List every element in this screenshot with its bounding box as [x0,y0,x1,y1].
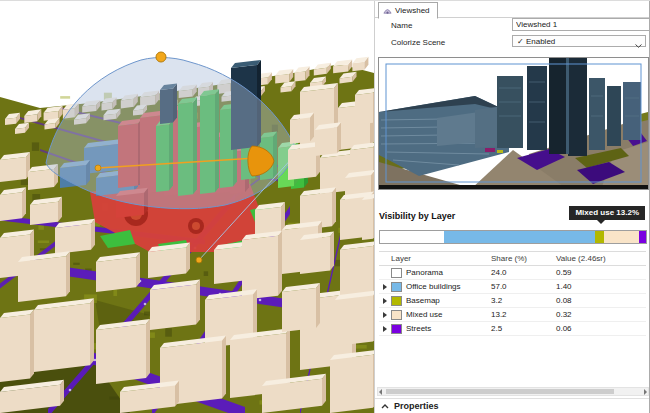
layer-share-value: 3.2 [491,294,556,307]
layer-name: Mixed use [406,308,491,321]
layer-sr-value: 0.32 [556,308,646,321]
expand-arrow-icon[interactable] [379,298,391,304]
expand-arrow-icon[interactable] [379,312,391,318]
chevron-up-icon [381,404,389,409]
layer-sr-value: 0.06 [556,322,646,335]
layer-sr-value: 0.59 [556,266,646,279]
tab-label: Viewshed [395,3,430,18]
scrollbar-thumb[interactable] [386,389,614,394]
column-header-value: Value (2.46sr) [556,252,646,265]
bar-segment-panorama [380,231,444,243]
expand-arrow-icon[interactable] [379,326,391,332]
colorize-scene-select[interactable]: ✓ Enabled [512,35,646,47]
preview-render [379,58,648,189]
bar-segment-streets [639,231,646,243]
layer-color-swatch [391,282,402,292]
viewshed-panel: Viewshed Name Colorize Scene ✓ Enabled [374,0,650,413]
layer-name: Panorama [406,266,491,279]
name-input[interactable] [512,18,650,31]
properties-label: Properties [394,401,439,411]
column-header-share: Share (%) [491,252,556,265]
expand-arrow-icon [379,270,391,276]
layer-sr-value: 1.40 [556,280,646,293]
scene-3d-view[interactable] [0,0,374,413]
layer-color-swatch [391,324,402,334]
scroll-left-icon[interactable] [379,389,382,395]
bar-segment-basemap [595,231,604,243]
properties-section-header[interactable]: Properties [375,398,649,413]
scroll-right-icon[interactable] [644,389,647,395]
visibility-stacked-bar [379,230,647,244]
dropdown-arrow-icon [635,40,642,52]
table-row-mixed-use[interactable]: Mixed use13.20.32 [379,308,646,322]
visibility-by-layer-title: Visibility by Layer [379,211,455,221]
bar-segment-mixed-use [604,231,639,243]
horizontal-scrollbar[interactable] [377,387,649,396]
colorize-scene-value: ✓ Enabled [517,37,555,46]
table-row-office-buildings[interactable]: Office buildings57.01.40 [379,280,646,294]
layer-name: Office buildings [406,280,491,293]
table-row-basemap[interactable]: Basemap3.20.08 [379,294,646,308]
layer-name: Basemap [406,294,491,307]
layer-share-value: 2.5 [491,322,556,335]
viewshed-3d-scene [0,0,374,413]
layer-share-value: 13.2 [491,308,556,321]
viewshed-icon [383,6,392,15]
column-header-layer: Layer [379,252,491,265]
layer-name: Streets [406,322,491,335]
bar-tooltip: Mixed use 13.2% [569,206,645,220]
table-header-row: Layer Share (%) Value (2.46sr) [379,251,646,266]
application-window: Viewshed Name Colorize Scene ✓ Enabled [0,0,650,413]
colorize-scene-label: Colorize Scene [391,38,445,47]
window-top-border [0,0,650,1]
layer-color-swatch [391,310,402,320]
bar-tooltip-text: Mixed use 13.2% [575,208,639,217]
name-label: Name [391,21,412,30]
viewshed-preview-image [378,57,649,190]
layer-share-value: 24.0 [491,266,556,279]
table-row-streets[interactable]: Streets2.50.06 [379,322,646,336]
expand-arrow-icon[interactable] [379,284,391,290]
bar-segment-office-buildings [444,231,596,243]
tab-viewshed[interactable]: Viewshed [378,2,438,19]
table-row-panorama[interactable]: Panorama24.00.59 [379,266,646,280]
layer-sr-value: 0.08 [556,294,646,307]
table-body: Panorama24.00.59Office buildings57.01.40… [379,266,646,336]
layer-color-swatch [391,296,402,306]
layer-share-value: 57.0 [491,280,556,293]
visibility-table: Layer Share (%) Value (2.46sr) Panorama2… [379,251,646,336]
layer-color-swatch [391,268,402,278]
